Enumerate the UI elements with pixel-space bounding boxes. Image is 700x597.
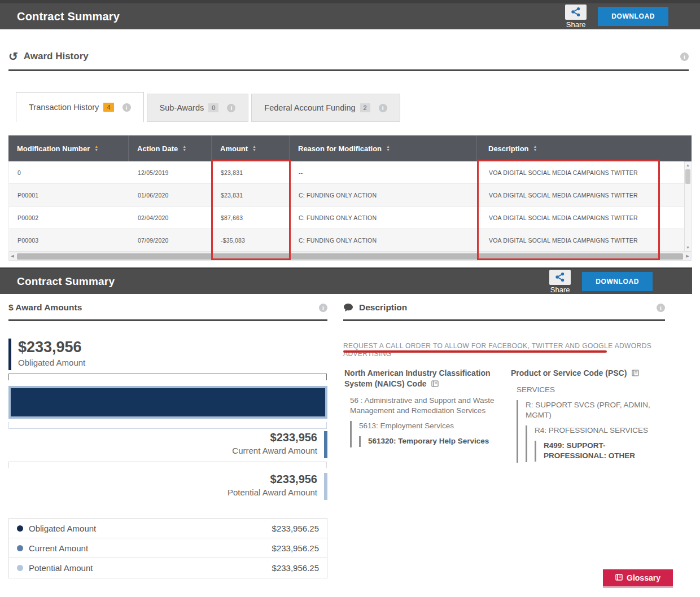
award-history-section-header: ↺ Award History i xyxy=(8,51,689,71)
psc-branch: R: SUPPORT SVCS (PROF, ADMIN, MGMT) R4: … xyxy=(517,400,667,463)
contract-summary-page: Contract Summary Share DOWNLOAD ↺ Award … xyxy=(0,0,700,597)
cell-action-date: 01/06/2020 xyxy=(129,184,212,206)
history-icon: ↺ xyxy=(8,51,18,62)
cell-action-date: 02/04/2020 xyxy=(129,207,212,229)
cell-action-date: 12/05/2019 xyxy=(129,161,212,183)
share-label: Share xyxy=(566,20,586,29)
naics-hierarchy: 56 : Administrative and Support and Wast… xyxy=(350,396,507,447)
vertical-scrollbar-thumb[interactable] xyxy=(685,169,690,184)
award-history-title: Award History xyxy=(24,51,89,62)
potential-dot-icon xyxy=(17,565,23,571)
legend-value: $233,956.25 xyxy=(272,543,319,553)
scroll-right-icon[interactable]: ▶ xyxy=(684,254,691,258)
cell-description: VOA DIGITAL SOCIAL MEDIA CAMPAIGNS TWITT… xyxy=(478,229,684,251)
naics-heading: North American Industry Classification S… xyxy=(344,368,507,390)
horizontal-scrollbar[interactable]: ◀ ▶ xyxy=(8,252,692,261)
psc-level-4: R499: SUPPORT-PROFESSIONAL: OTHER xyxy=(544,441,667,461)
current-award-amount-value: $233,956 xyxy=(232,431,317,444)
tab-info-icon[interactable]: i xyxy=(379,104,387,112)
tab-federal-account-funding[interactable]: Federal Account Funding 2 i xyxy=(251,94,400,122)
naics-code-block: North American Industry Classification S… xyxy=(344,368,507,447)
download-button[interactable]: DOWNLOAD xyxy=(598,7,668,26)
contract-summary-header-2: Contract Summary Share DOWNLOAD xyxy=(0,267,692,294)
award-amounts-legend: Obligated Amount $233,956.25 Current Amo… xyxy=(8,518,327,578)
naics-branch: 561320: Temporary Help Services xyxy=(359,436,507,447)
legend-value: $233,956.25 xyxy=(272,524,319,533)
cell-reason: C: FUNDING ONLY ACTION xyxy=(290,207,478,229)
obligated-accent-rule xyxy=(8,339,11,370)
award-history-info-icon[interactable]: i xyxy=(680,52,689,61)
psc-level-1: SERVICES xyxy=(517,385,667,395)
horizontal-scrollbar-thumb[interactable] xyxy=(17,253,683,260)
download-button[interactable]: DOWNLOAD xyxy=(582,272,653,291)
cell-modification-number: P00003 xyxy=(9,229,129,251)
scroll-up-icon[interactable]: ▲ xyxy=(686,162,690,169)
tab-info-icon[interactable]: i xyxy=(227,104,235,112)
glossary-button[interactable]: Glossary xyxy=(603,569,673,586)
scroll-left-icon[interactable]: ◀ xyxy=(9,254,16,258)
annotation-underline-description xyxy=(343,350,607,353)
tab-sub-awards[interactable]: Sub-Awards 0 i xyxy=(147,94,249,122)
cell-modification-number: 0 xyxy=(9,161,129,183)
legend-row-potential: Potential Amount $233,956.25 xyxy=(9,558,327,578)
table-row: 0 12/05/2019 $23,831 -- VOA DIGITAL SOCI… xyxy=(9,161,684,184)
book-icon xyxy=(615,573,623,582)
column-header-reason-for-modification[interactable]: Reason for Modification ▲▼ xyxy=(290,135,477,161)
glossary-book-icon[interactable] xyxy=(431,379,439,390)
current-amount-bracket xyxy=(8,374,327,380)
share-button[interactable]: Share xyxy=(565,5,587,29)
legend-row-current: Current Amount $233,956.25 xyxy=(9,538,327,558)
tab-info-icon[interactable]: i xyxy=(123,103,131,112)
column-header-modification-number[interactable]: Modification Number ▲▼ xyxy=(8,135,129,161)
cell-action-date: 07/09/2020 xyxy=(129,229,212,251)
tab-count-badge: 0 xyxy=(208,103,218,112)
psc-level-3: R4: PROFESSIONAL SERVICES xyxy=(535,425,667,436)
award-amounts-info-icon[interactable]: i xyxy=(319,304,327,312)
tab-count-badge: 2 xyxy=(360,103,370,112)
column-header-action-date[interactable]: Action Date ▲▼ xyxy=(129,135,212,161)
current-award-amount-label: Current Award Amount xyxy=(232,446,317,455)
tab-label: Federal Account Funding xyxy=(264,103,355,112)
share-icon[interactable] xyxy=(565,5,587,20)
cell-modification-number: P00001 xyxy=(9,184,129,206)
column-header-amount[interactable]: Amount ▲▼ xyxy=(212,135,290,161)
page-title-2: Contract Summary xyxy=(17,275,115,288)
obligated-amount-block: $233,956 Obligated Amount xyxy=(8,339,85,370)
cell-amount: $23,831 xyxy=(212,161,290,183)
psc-branch: R499: SUPPORT-PROFESSIONAL: OTHER xyxy=(535,441,667,462)
speech-bubble-icon xyxy=(343,303,353,312)
scroll-down-icon[interactable]: ▼ xyxy=(686,244,690,251)
current-accent-rule xyxy=(324,431,327,458)
share-button[interactable]: Share xyxy=(549,270,571,294)
tab-transaction-history[interactable]: Transaction History 4 i xyxy=(16,92,144,122)
naics-branch: 5613: Employment Services 561320: Tempor… xyxy=(350,421,507,447)
award-description-text: REQUEST A CALL ORDER TO ALLOW FOR FACEBO… xyxy=(343,342,665,358)
column-header-description[interactable]: Description ▲▼ xyxy=(477,135,692,161)
legend-value: $233,956.25 xyxy=(272,563,319,573)
share-label: Share xyxy=(550,286,570,294)
potential-award-amount-block: $233,956 Potential Award Amount xyxy=(8,473,327,500)
description-section-header: Description i xyxy=(343,302,665,321)
page-title: Contract Summary xyxy=(17,10,120,23)
legend-label: Obligated Amount xyxy=(29,524,96,533)
naics-level-3: 561320: Temporary Help Services xyxy=(368,436,507,446)
sort-icon: ▲▼ xyxy=(182,145,186,152)
share-icon[interactable] xyxy=(549,270,571,285)
transaction-table-body: 0 12/05/2019 $23,831 -- VOA DIGITAL SOCI… xyxy=(8,161,684,252)
contract-summary-header: Contract Summary Share DOWNLOAD xyxy=(0,0,700,29)
cell-reason: -- xyxy=(290,161,478,183)
naics-level-2: 5613: Employment Services xyxy=(359,421,507,431)
legend-label: Potential Amount xyxy=(29,563,93,573)
award-history-tabs: Transaction History 4 i Sub-Awards 0 i F… xyxy=(16,92,400,122)
potential-accent-rule xyxy=(324,473,327,500)
description-info-icon[interactable]: i xyxy=(657,304,665,312)
psc-level-2: R: SUPPORT SVCS (PROF, ADMIN, MGMT) xyxy=(526,400,667,420)
psc-heading: Product or Service Code (PSC) xyxy=(511,368,667,379)
glossary-book-icon[interactable] xyxy=(632,368,639,379)
table-row: P00003 07/09/2020 -$35,083 C: FUNDING ON… xyxy=(9,229,684,252)
current-dot-icon xyxy=(17,545,23,551)
cell-description: VOA DIGITAL SOCIAL MEDIA CAMPAIGNS TWITT… xyxy=(478,184,684,206)
vertical-scrollbar[interactable]: ▲ ▼ xyxy=(684,161,692,252)
sort-icon: ▲▼ xyxy=(252,145,256,152)
potential-award-amount-label: Potential Award Amount xyxy=(228,488,317,497)
